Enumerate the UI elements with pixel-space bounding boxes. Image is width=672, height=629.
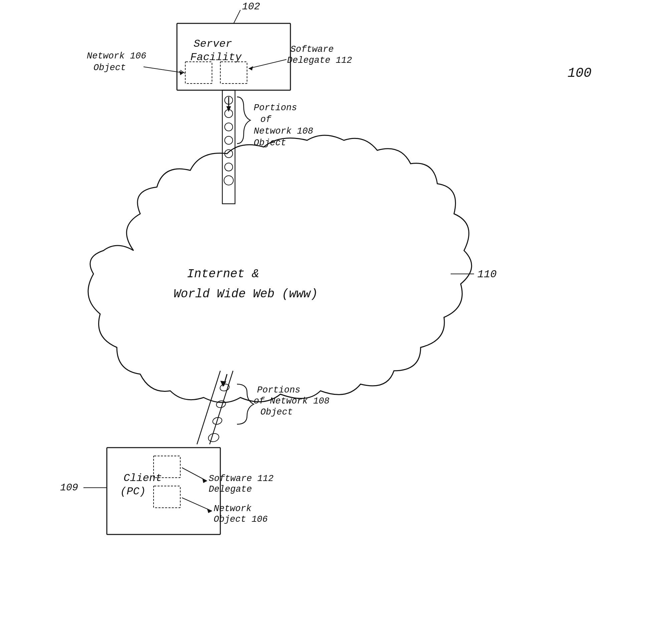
svg-text:Internet &: Internet &	[187, 267, 259, 281]
svg-text:Delegate 112: Delegate 112	[287, 55, 352, 66]
svg-text:Object: Object	[94, 63, 126, 73]
svg-text:109: 109	[60, 482, 78, 493]
svg-text:110: 110	[477, 268, 497, 281]
svg-text:Delegate: Delegate	[209, 484, 252, 494]
svg-text:100: 100	[568, 66, 592, 81]
svg-rect-0	[0, 0, 672, 629]
svg-text:Server: Server	[194, 38, 232, 50]
svg-text:of: of	[260, 115, 271, 124]
svg-text:Facility: Facility	[190, 51, 242, 64]
svg-text:Software 112: Software 112	[209, 474, 273, 484]
svg-text:Network 108: Network 108	[254, 126, 313, 136]
diagram-container: Server Facility 102 100 Network 106 Obje…	[0, 0, 672, 629]
svg-text:Network: Network	[214, 504, 251, 514]
svg-text:Object: Object	[260, 407, 293, 417]
svg-text:102: 102	[242, 1, 260, 13]
svg-text:(PC): (PC)	[120, 485, 146, 498]
svg-text:Client: Client	[123, 472, 162, 484]
svg-text:World Wide Web (www): World Wide Web (www)	[174, 287, 318, 301]
svg-text:Object 106: Object 106	[214, 514, 268, 525]
svg-text:Portions: Portions	[257, 385, 301, 395]
svg-text:Portions: Portions	[254, 103, 297, 113]
diagram-svg: Server Facility 102 100 Network 106 Obje…	[0, 0, 672, 629]
svg-text:of Network 108: of Network 108	[254, 396, 330, 406]
svg-text:Software: Software	[290, 44, 334, 54]
svg-text:Network 106: Network 106	[87, 51, 146, 61]
